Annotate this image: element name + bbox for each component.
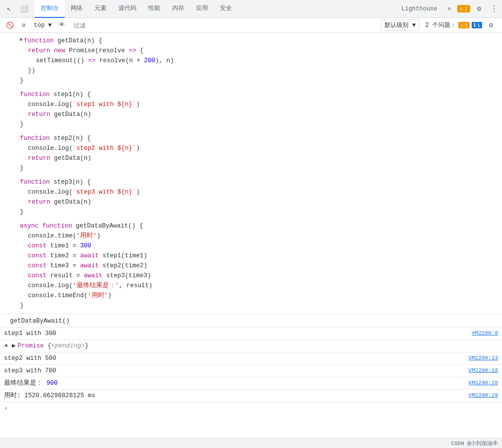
- status-bar: CSDN @小刘加油丰: [0, 438, 502, 448]
- clear-console-button[interactable]: 🚫: [4, 19, 16, 31]
- warning-count: 1: [464, 6, 468, 12]
- stop-button[interactable]: ⊘: [18, 19, 30, 31]
- code-line-5: }: [10, 76, 502, 86]
- code-line-9: return getData(n): [10, 110, 502, 119]
- warning-badge[interactable]: ⚠ 1: [457, 5, 470, 12]
- code-line-23: console.time('用时'): [10, 231, 502, 241]
- code-line-14: return getData(n): [10, 153, 502, 163]
- result-link[interactable]: VM2290:28: [469, 379, 498, 388]
- warn-icon: ⚠: [460, 22, 464, 28]
- more-options-button[interactable]: ⋮: [488, 3, 500, 15]
- step2-link[interactable]: VM2290:13: [469, 354, 498, 363]
- time-text: 用时: 1520.06298828125 ms: [4, 391, 469, 401]
- tab-bar-right: Lighthouse » ⚠ 1 ⚙ ⋮: [398, 2, 500, 16]
- time-link[interactable]: VM2290:29: [469, 391, 498, 400]
- time-output-line: 用时: 1520.06298828125 ms VM2290:29: [0, 389, 502, 402]
- expand-arrow-1[interactable]: ▶: [20, 36, 23, 44]
- code-line-20: }: [10, 207, 502, 217]
- console-area[interactable]: ▶ function getData(n) { return new Promi…: [0, 33, 502, 448]
- code-line-30: }: [10, 301, 502, 311]
- settings-button[interactable]: ⚙: [472, 2, 486, 16]
- lighthouse-label: Lighthouse: [398, 5, 441, 12]
- step1-link[interactable]: VM2290:8: [472, 329, 498, 338]
- code-line-4: }): [10, 66, 502, 76]
- tab-bar: ↖ ⬜ 控制台 网络 元素 源代码 性能 内存 应用 安全 Lighthouse…: [0, 0, 502, 18]
- warning-icon: ⚠: [460, 5, 463, 12]
- info-count: 1: [477, 22, 480, 28]
- console-gear-icon: ⚙: [489, 21, 493, 29]
- promise-left-chevron: ◀: [4, 341, 12, 350]
- step1-text: step1 with 300: [4, 329, 472, 338]
- result-value: 900: [47, 380, 58, 387]
- step3-text: step3 with 700: [4, 366, 469, 376]
- tab-application[interactable]: 应用: [190, 0, 214, 18]
- tab-bar-icons: ↖ ⬜: [2, 2, 31, 16]
- stop-icon: ⊘: [22, 21, 26, 29]
- code-line-25: const time2 = await step1(time1): [10, 251, 502, 261]
- code-line-15: }: [10, 163, 502, 173]
- code-line-3: setTimeout(() => resolve(n + 200), n): [10, 56, 502, 66]
- code-line-24: const time1 = 300: [10, 241, 502, 251]
- tab-memory[interactable]: 内存: [166, 0, 190, 18]
- level-dropdown[interactable]: 默认级别 ▼: [381, 19, 419, 31]
- code-line-2: return new Promise(resolve => {: [10, 46, 502, 56]
- eye-icon: 👁: [59, 21, 65, 29]
- dots-icon: ⋮: [490, 4, 498, 14]
- result-text: 最终结果是： 900: [4, 378, 469, 388]
- context-dropdown[interactable]: top ▼: [32, 21, 54, 30]
- step3-link[interactable]: VM2290:18: [469, 366, 498, 375]
- clear-icon: 🚫: [6, 21, 14, 29]
- code-line-18: console.log(`step3 with ${n}`): [10, 187, 502, 197]
- top-label: top ▼: [34, 22, 52, 29]
- tab-console[interactable]: 控制台: [35, 0, 65, 18]
- code-line-28: console.log('最终结果是：', result): [10, 281, 502, 291]
- code-line-29: console.timeEnd('用时'): [10, 291, 502, 301]
- code-block: ▶ function getData(n) { return new Promi…: [0, 33, 502, 314]
- info-icon: ℹ: [474, 22, 476, 28]
- inspect-icon[interactable]: ↖: [2, 2, 16, 16]
- code-line-22: async function getDataByAwait() {: [10, 221, 502, 231]
- tab-security[interactable]: 安全: [214, 0, 238, 18]
- prompt-line[interactable]: ›: [0, 402, 502, 416]
- step3-output-line: step3 with 700 VM2290:18: [0, 364, 502, 377]
- code-line-26: const time3 = await step2(time2): [10, 261, 502, 271]
- console-settings-button[interactable]: ⚙: [484, 18, 498, 32]
- code-line-27: const result = await step3(time3): [10, 271, 502, 281]
- code-line-12: function step2(n) {: [10, 133, 502, 143]
- status-text: CSDN @小刘加油丰: [451, 440, 498, 447]
- promise-label: Promise {<pending>}: [18, 341, 89, 351]
- issues-badge: 2 个问题： ⚠ 1 ℹ 1: [425, 21, 482, 29]
- code-line-1: ▶ function getData(n) {: [10, 36, 502, 46]
- issues-info-badge[interactable]: ℹ 1: [472, 22, 482, 28]
- tab-sources[interactable]: 源代码: [112, 0, 142, 18]
- tab-performance[interactable]: 性能: [142, 0, 166, 18]
- promise-output-line: ◀ ▶ Promise {<pending>}: [0, 339, 502, 352]
- warn-count: 1: [465, 22, 468, 28]
- issues-warn-badge[interactable]: ⚠ 1: [458, 22, 470, 28]
- call-output-line: getDataByAwait(): [0, 314, 502, 327]
- promise-triangle[interactable]: ▶: [12, 341, 16, 351]
- result-output-line: 最终结果是： 900 VM2290:28: [0, 377, 502, 389]
- step1-output-line: step1 with 300 VM2290:8: [0, 327, 502, 339]
- filter-input[interactable]: [70, 21, 379, 30]
- tab-elements[interactable]: 元素: [89, 0, 112, 18]
- step2-text: step2 with 500: [4, 353, 469, 363]
- step2-output-line: step2 with 500 VM2290:13: [0, 352, 502, 364]
- code-line-10: }: [10, 119, 502, 129]
- more-tabs-button[interactable]: »: [443, 3, 455, 15]
- gear-icon: ⚙: [477, 4, 481, 13]
- toolbar: 🚫 ⊘ top ▼ 👁 默认级别 ▼ 2 个问题： ⚠ 1 ℹ 1 ⚙: [0, 18, 502, 33]
- code-line-13: console.log(`step2 with ${n}`): [10, 143, 502, 153]
- issues-label: 2 个问题：: [425, 21, 456, 29]
- code-line-17: function step3(n) {: [10, 177, 502, 187]
- eye-button[interactable]: 👁: [56, 19, 68, 31]
- result-label: 最终结果是：: [4, 380, 43, 387]
- level-label: 默认级别 ▼: [385, 21, 415, 29]
- device-icon[interactable]: ⬜: [17, 2, 31, 16]
- code-line-8: console.log(`step1 with ${n}`): [10, 100, 502, 110]
- call-text: getDataByAwait(): [10, 318, 70, 325]
- prompt-chevron: ›: [4, 404, 8, 414]
- code-line-7: function step1(n) {: [10, 90, 502, 100]
- tab-network[interactable]: 网络: [65, 0, 89, 18]
- code-line-19: return getData(n): [10, 197, 502, 207]
